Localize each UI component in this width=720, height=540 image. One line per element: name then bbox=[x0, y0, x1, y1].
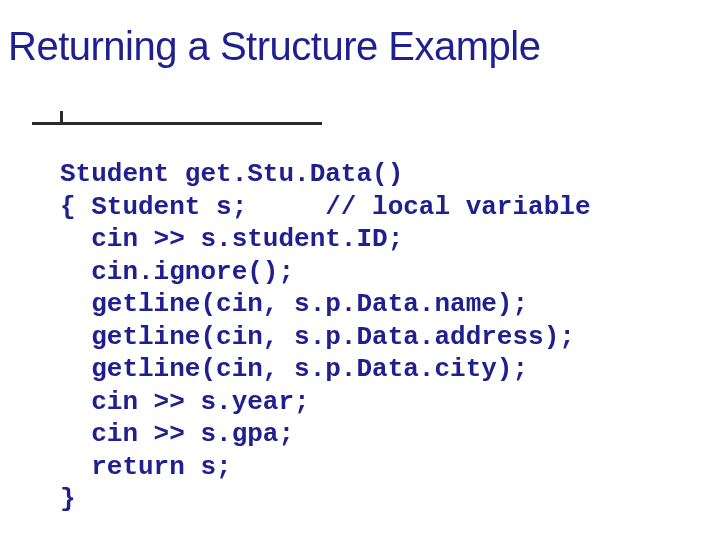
slide-title: Returning a Structure Example bbox=[8, 24, 540, 69]
code-line: getline(cin, s.p.Data.name); bbox=[60, 289, 528, 319]
code-line: { Student s; // local variable bbox=[60, 192, 591, 222]
code-line: getline(cin, s.p.Data.city); bbox=[60, 354, 528, 384]
code-line: cin >> s.gpa; bbox=[60, 419, 294, 449]
title-tick-mark bbox=[60, 111, 63, 125]
title-underline bbox=[32, 122, 322, 125]
code-line: getline(cin, s.p.Data.address); bbox=[60, 322, 575, 352]
code-line: cin >> s.year; bbox=[60, 387, 310, 417]
code-line: return s; bbox=[60, 452, 232, 482]
code-line: cin.ignore(); bbox=[60, 257, 294, 287]
code-line: } bbox=[60, 484, 76, 514]
slide: Returning a Structure Example Student ge… bbox=[0, 0, 720, 540]
code-line: cin >> s.student.ID; bbox=[60, 224, 403, 254]
code-block: Student get.Stu.Data() { Student s; // l… bbox=[60, 158, 591, 516]
code-line: Student get.Stu.Data() bbox=[60, 159, 403, 189]
